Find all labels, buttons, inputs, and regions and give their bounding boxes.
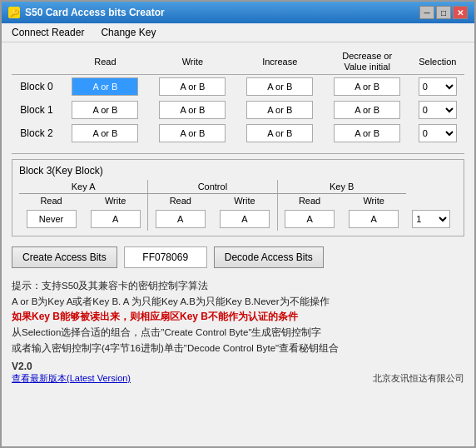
block0-read-cell [62, 75, 149, 99]
version-label: V2.0 [12, 361, 131, 372]
info-line1: 提示：支持S50及其兼容卡的密钥控制字算法 [12, 278, 464, 293]
keyb-write-input[interactable] [349, 210, 399, 228]
block0-write-cell [149, 75, 236, 99]
keyb-read-cell [277, 207, 342, 231]
block2-decrease-input[interactable] [334, 124, 400, 142]
info-line5: 或者输入密钥控制字(4字节16进制)单击"Decode Control Byte… [12, 341, 464, 356]
block0-write-input[interactable] [159, 77, 226, 96]
control-group-header: Control [148, 180, 277, 194]
block0-selection-select[interactable]: 0 1 2 3 [419, 77, 457, 96]
info-line2: A or B为Key A或者Key B. A 为只能Key A.B为只能Key … [12, 294, 464, 309]
close-button[interactable]: ✕ [453, 6, 468, 19]
keyb-read-input[interactable] [285, 210, 335, 228]
footer-left: V2.0 查看最新版本(Latest Version) [12, 361, 131, 385]
header-selection: Selection [411, 49, 464, 75]
block0-selection-cell: 0 1 2 3 [411, 75, 464, 99]
control-write-header: Write [212, 194, 277, 208]
keya-read-cell [19, 207, 83, 231]
control-read-header: Read [148, 194, 213, 208]
header-read: Read [62, 49, 149, 75]
keya-write-cell [83, 207, 148, 231]
block3-selection-cell: 0 1 2 3 [406, 207, 457, 231]
control-write-input[interactable] [220, 210, 270, 228]
table-row: Block 2 0 [12, 122, 464, 145]
block3-selection-select[interactable]: 0 1 2 3 [412, 210, 450, 228]
latest-version-link[interactable]: 查看最新版本(Latest Version) [12, 372, 131, 385]
titlebar-controls: ─ □ ✕ [419, 6, 468, 19]
block2-write-cell [149, 122, 236, 145]
keya-group-header: Key A [19, 180, 148, 194]
block0-read-input[interactable] [72, 77, 138, 96]
control-write-cell [212, 207, 277, 231]
keyb-read-header: Read [277, 194, 342, 208]
block1-decrease-input[interactable] [334, 101, 400, 119]
divider [12, 153, 464, 154]
titlebar-title: 🔑 S50 Card Access bits Creator [8, 7, 165, 18]
block2-increase-cell [236, 122, 324, 145]
block2-selection-cell: 0 1 2 3 [411, 122, 464, 145]
block3-title: Block 3(Key Block) [19, 165, 457, 177]
keya-read-header: Read [19, 194, 83, 208]
create-access-bits-button[interactable]: Create Access Bits [12, 246, 117, 268]
block2-write-input[interactable] [159, 124, 226, 142]
decode-access-bits-button[interactable]: Decode Access Bits [214, 246, 324, 268]
block0-decrease-input[interactable] [334, 77, 400, 96]
block1-read-cell [62, 98, 149, 122]
keya-read-input[interactable] [27, 210, 77, 228]
block0-increase-cell [236, 75, 324, 99]
block2-increase-input[interactable] [246, 124, 313, 142]
control-read-input[interactable] [156, 210, 206, 228]
hex-value-input[interactable] [124, 246, 207, 268]
block1-selection-select[interactable]: 0 1 2 3 [419, 101, 457, 119]
block2-read-cell [62, 122, 149, 145]
block1-label: Block 1 [12, 98, 62, 122]
block0-increase-input[interactable] [246, 77, 313, 96]
keya-write-header: Write [83, 194, 148, 208]
block0-label: Block 0 [12, 75, 62, 99]
info-line3: 如果Key B能够被读出来，则相应扇区Key B不能作为认证的条件 [12, 309, 464, 325]
bottom-row: Create Access Bits Decode Access Bits [12, 243, 464, 271]
keyb-write-header: Write [342, 194, 406, 208]
block2-read-input[interactable] [72, 124, 138, 142]
block2-decrease-cell [324, 122, 411, 145]
company-label: 北京友讯恒达有限公司 [373, 372, 464, 385]
block1-increase-input[interactable] [246, 101, 313, 119]
block0-decrease-cell [324, 75, 411, 99]
block3-section: Block 3(Key Block) Key A Control Key B R… [12, 159, 464, 236]
app-icon: 🔑 [8, 7, 20, 18]
keyb-group-header: Key B [277, 180, 406, 194]
info-line4: 从Selection选择合适的组合，点击"Create Control Byte… [12, 325, 464, 340]
menu-connect-reader[interactable]: Connect Reader [5, 25, 91, 40]
main-window: 🔑 S50 Card Access bits Creator ─ □ ✕ Con… [0, 0, 476, 448]
titlebar: 🔑 S50 Card Access bits Creator ─ □ ✕ [2, 2, 474, 23]
block3-row: 0 1 2 3 [19, 207, 457, 231]
block1-read-input[interactable] [72, 101, 138, 119]
block1-write-input[interactable] [159, 101, 226, 119]
table-row: Block 0 0 [12, 75, 464, 99]
block1-write-cell [149, 98, 236, 122]
block2-selection-select[interactable]: 0 1 2 3 [419, 124, 457, 142]
header-write: Write [149, 49, 236, 75]
menu-change-key[interactable]: Change Key [94, 25, 162, 40]
minimize-button[interactable]: ─ [419, 6, 434, 19]
block1-selection-cell: 0 1 2 3 [411, 98, 464, 122]
window-title: S50 Card Access bits Creator [25, 7, 165, 18]
control-read-cell [148, 207, 213, 231]
header-decrease: Decrease orValue initial [324, 49, 411, 75]
info-section: 提示：支持S50及其兼容卡的密钥控制字算法 A or B为Key A或者Key … [12, 278, 464, 356]
block1-decrease-cell [324, 98, 411, 122]
footer: V2.0 查看最新版本(Latest Version) 北京友讯恒达有限公司 [12, 361, 464, 385]
block3-table: Key A Control Key B Read Write Read Writ… [19, 180, 457, 231]
block2-label: Block 2 [12, 122, 62, 145]
keyb-write-cell [342, 207, 406, 231]
keya-write-input[interactable] [91, 210, 141, 228]
table-row: Block 1 0 [12, 98, 464, 122]
block1-increase-cell [236, 98, 324, 122]
access-table: Read Write Increase Decrease orValue ini… [12, 49, 464, 145]
header-increase: Increase [236, 49, 324, 75]
menubar: Connect Reader Change Key [2, 23, 474, 42]
main-content: Read Write Increase Decrease orValue ini… [2, 42, 474, 446]
maximize-button[interactable]: □ [436, 6, 451, 19]
